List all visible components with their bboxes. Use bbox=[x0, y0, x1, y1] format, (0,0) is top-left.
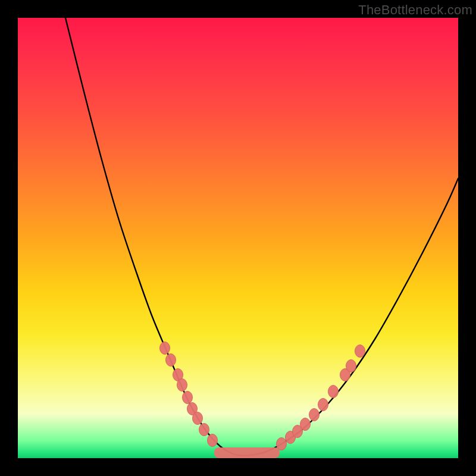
data-marker bbox=[309, 409, 320, 421]
chart-svg bbox=[18, 18, 458, 458]
data-marker bbox=[193, 412, 203, 425]
marker-group bbox=[160, 342, 365, 450]
data-marker bbox=[177, 379, 187, 392]
outer-frame: TheBottleneck.com bbox=[0, 0, 476, 476]
data-marker bbox=[160, 342, 170, 355]
data-marker bbox=[166, 354, 176, 367]
plot-area bbox=[18, 18, 458, 458]
data-marker bbox=[346, 360, 356, 372]
data-marker bbox=[300, 418, 311, 431]
data-marker bbox=[199, 424, 209, 436]
data-marker bbox=[277, 438, 287, 450]
bottleneck-curve bbox=[65, 18, 458, 456]
data-marker bbox=[355, 345, 365, 358]
bottom-marker-band bbox=[214, 447, 280, 458]
data-marker bbox=[328, 386, 339, 398]
data-marker bbox=[208, 434, 218, 447]
watermark-text: TheBottleneck.com bbox=[358, 2, 472, 18]
data-marker bbox=[318, 399, 328, 411]
data-marker bbox=[183, 392, 193, 404]
